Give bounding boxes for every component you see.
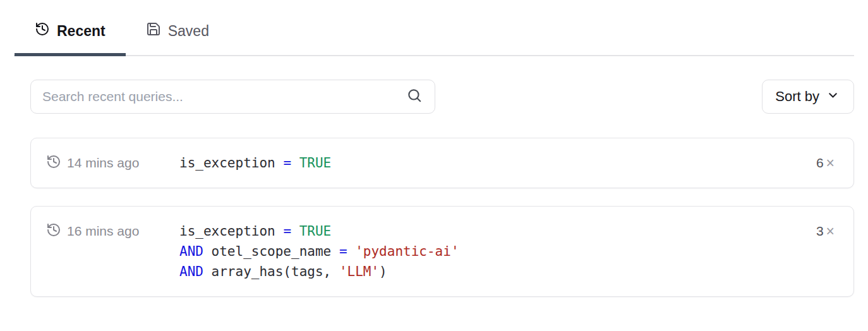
query-meta: 14 mins ago xyxy=(46,153,179,173)
history-icon xyxy=(35,21,50,40)
query-timestamp: 16 mins ago xyxy=(67,224,139,239)
query-run-count: 6 × xyxy=(816,153,835,173)
search-icon xyxy=(406,87,423,106)
chevron-down-icon xyxy=(826,88,840,105)
search-input[interactable] xyxy=(42,89,406,104)
query-run-count-number: 6 xyxy=(816,155,824,171)
tab-saved[interactable]: Saved xyxy=(126,21,229,55)
query-timestamp: 14 mins ago xyxy=(67,155,139,171)
tab-bar: Recent Saved xyxy=(14,0,854,56)
query-code: is_exception = TRUEAND otel_scope_name =… xyxy=(179,221,459,282)
recent-queries-panel: Recent Saved xyxy=(0,0,868,297)
query-card[interactable]: 14 mins ago is_exception = TRUE 6 × xyxy=(30,138,854,188)
save-icon xyxy=(146,21,161,40)
toolbar-row: Sort by xyxy=(30,80,854,114)
tab-saved-label: Saved xyxy=(168,23,209,40)
times-icon: × xyxy=(826,224,835,239)
query-meta: 16 mins ago xyxy=(46,221,179,241)
search-box[interactable] xyxy=(30,80,435,114)
recent-queries-content: Sort by 14 mins ago xyxy=(14,80,854,297)
history-icon xyxy=(46,154,61,172)
query-code: is_exception = TRUE xyxy=(179,153,331,173)
sort-by-button[interactable]: Sort by xyxy=(762,80,854,114)
tab-recent-label: Recent xyxy=(57,23,105,40)
query-run-count-number: 3 xyxy=(816,224,824,239)
query-run-count: 3 × xyxy=(816,221,835,241)
query-card[interactable]: 16 mins ago is_exception = TRUEAND otel_… xyxy=(30,206,854,297)
times-icon: × xyxy=(826,156,835,171)
sort-by-label: Sort by xyxy=(775,88,819,105)
history-icon xyxy=(46,222,61,240)
tab-recent[interactable]: Recent xyxy=(15,21,126,55)
